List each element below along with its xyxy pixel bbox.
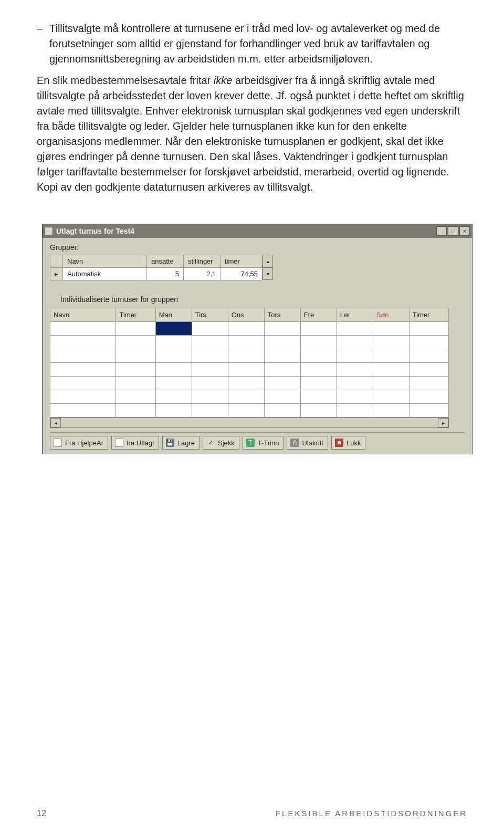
para-italic: ikke: [214, 75, 233, 86]
cell-timer[interactable]: 74,55: [220, 268, 262, 280]
save-icon: 💾: [166, 439, 174, 447]
horizontal-scrollbar[interactable]: ◂ ▸: [50, 418, 449, 428]
table-row[interactable]: [50, 404, 449, 418]
row-pointer-icon: ▸: [50, 268, 63, 280]
bullet-item: – Tillitsvalgte må kontrollere at turnus…: [37, 21, 467, 67]
document-icon: [115, 439, 123, 447]
table-row[interactable]: [50, 349, 449, 363]
table-row[interactable]: ▸ Automatisk 5 2,1 74,55: [50, 268, 262, 280]
minimize-button[interactable]: _: [436, 226, 447, 236]
row-pointer-header: [50, 255, 63, 268]
col-navn[interactable]: Navn: [50, 308, 116, 322]
col-tirs[interactable]: Tirs: [192, 308, 228, 322]
button-label: Fra HjelpeAr: [65, 439, 103, 447]
button-label: Lukk: [346, 439, 361, 447]
cell-ansatte[interactable]: 5: [147, 268, 184, 280]
col-lor[interactable]: Lør: [337, 308, 373, 322]
col-timer2[interactable]: Timer: [409, 308, 448, 322]
cell-navn[interactable]: Automatisk: [63, 268, 147, 280]
col-ons[interactable]: Ons: [228, 308, 264, 322]
bullet-content: Tillitsvalgte må kontrollere at turnusen…: [49, 21, 467, 67]
table-row[interactable]: [50, 377, 449, 390]
table-row[interactable]: [50, 363, 449, 377]
print-icon: ⎙: [290, 439, 299, 447]
table-header-row: Navn ansatte stillinger timer: [50, 255, 262, 268]
body-text: – Tillitsvalgte må kontrollere at turnus…: [37, 21, 467, 195]
button-label: Sjekk: [218, 439, 235, 447]
col-navn[interactable]: Navn: [63, 255, 147, 268]
footer-title: FLEKSIBLE ARBEIDSTIDSORDNINGER: [276, 809, 467, 818]
button-label: fra Utlagt: [127, 439, 154, 447]
app-window: Utlagt turnus for Test4 _ □ × Grupper: N…: [42, 224, 472, 454]
lukk-button[interactable]: ■ Lukk: [331, 436, 365, 450]
app-icon: [45, 227, 53, 235]
button-label: T-Trinn: [258, 439, 279, 447]
page-footer: 12 FLEKSIBLE ARBEIDSTIDSORDNINGER: [37, 809, 467, 818]
table-row[interactable]: [50, 336, 449, 349]
col-stillinger[interactable]: stillinger: [184, 255, 220, 268]
fra-utlagt-button[interactable]: fra Utlagt: [111, 436, 159, 450]
utskrift-button[interactable]: ⎙ Utskrift: [287, 436, 328, 450]
scroll-left-icon[interactable]: ◂: [50, 418, 61, 428]
cell-stillinger[interactable]: 2,1: [184, 268, 220, 280]
individualiserte-label: Individualiserte turnuser for gruppen: [60, 295, 465, 304]
scroll-up-icon[interactable]: ▴: [262, 255, 273, 267]
check-icon: ✓: [206, 439, 215, 447]
scroll-right-icon[interactable]: ▸: [438, 418, 448, 428]
page-number: 12: [37, 809, 46, 818]
fra-hjelpear-button[interactable]: Fra HjelpeAr: [50, 436, 108, 450]
sjekk-button[interactable]: ✓ Sjekk: [203, 436, 239, 450]
table-header-row: Navn Timer Man Tirs Ons Tors Fre Lør Søn…: [50, 308, 449, 322]
grupper-label: Grupper:: [50, 243, 465, 252]
document-icon: [54, 439, 62, 447]
bullet-dash: –: [37, 21, 49, 36]
t-icon: T: [246, 439, 255, 447]
close-window-button[interactable]: ×: [459, 226, 470, 236]
paragraph: En slik medbestemmelsesavtale fritar ikk…: [37, 73, 467, 195]
col-timer[interactable]: timer: [220, 255, 262, 268]
button-label: Utskrift: [302, 439, 323, 447]
window-title: Utlagt turnus for Test4: [56, 227, 435, 235]
toolbar: Fra HjelpeAr fra Utlagt 💾 Lagre ✓ Sjekk: [50, 432, 465, 450]
col-fre[interactable]: Fre: [300, 308, 337, 322]
para-text-b: arbeidsgiver fra å inngå skriftlig avtal…: [37, 75, 464, 193]
col-tors[interactable]: Tors: [264, 308, 300, 322]
col-timer[interactable]: Timer: [116, 308, 155, 322]
vertical-scrollbar[interactable]: ▴ ▾: [262, 255, 273, 280]
grupper-table[interactable]: Navn ansatte stillinger timer ▸ Automati…: [50, 255, 262, 280]
close-icon: ■: [335, 439, 343, 447]
col-man[interactable]: Man: [155, 308, 192, 322]
selected-cell[interactable]: [155, 322, 192, 336]
maximize-button[interactable]: □: [448, 226, 458, 236]
scroll-down-icon[interactable]: ▾: [262, 267, 273, 280]
button-label: Lagre: [177, 439, 195, 447]
col-ansatte[interactable]: ansatte: [147, 255, 184, 268]
table-row[interactable]: [50, 322, 449, 336]
para-text-a: En slik medbestemmelsesavtale fritar: [37, 75, 214, 86]
titlebar: Utlagt turnus for Test4 _ □ ×: [43, 224, 472, 238]
turnus-table[interactable]: Navn Timer Man Tirs Ons Tors Fre Lør Søn…: [50, 308, 449, 418]
t-trinn-button[interactable]: T T-Trinn: [243, 436, 284, 450]
table-row[interactable]: [50, 390, 449, 404]
lagre-button[interactable]: 💾 Lagre: [162, 436, 200, 450]
col-son[interactable]: Søn: [373, 308, 409, 322]
